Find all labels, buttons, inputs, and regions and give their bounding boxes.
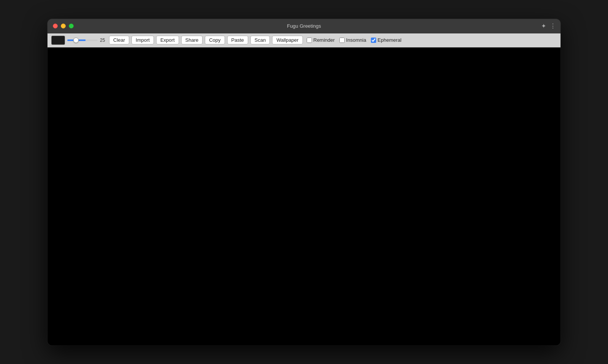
canvas-area[interactable]	[48, 47, 560, 345]
window-title: Fugu Greetings	[287, 23, 321, 29]
clear-button[interactable]: Clear	[109, 36, 129, 44]
title-bar-actions: ✦ ⋮	[541, 22, 556, 30]
insomnia-checkbox[interactable]	[339, 38, 345, 43]
scan-button[interactable]: Scan	[250, 36, 270, 44]
wallpaper-button[interactable]: Wallpaper	[272, 36, 302, 44]
more-options-icon[interactable]: ⋮	[550, 22, 556, 30]
slider-value: 25	[100, 38, 107, 43]
checkbox-group: Reminder Insomnia Ephemeral	[307, 37, 402, 43]
paste-button[interactable]: Paste	[227, 36, 248, 44]
reminder-label[interactable]: Reminder	[307, 37, 335, 43]
insomnia-text: Insomnia	[346, 37, 366, 43]
close-button[interactable]	[53, 24, 58, 28]
maximize-button[interactable]	[69, 24, 74, 28]
title-bar: Fugu Greetings ✦ ⋮	[48, 19, 560, 33]
toolbar: 25 Clear Import Export Share Copy Paste …	[48, 33, 560, 47]
slider-container: 25	[67, 38, 107, 43]
share-button[interactable]: Share	[181, 36, 203, 44]
app-window: Fugu Greetings ✦ ⋮ 25 Clear Import Expor…	[48, 19, 560, 345]
traffic-lights	[48, 24, 74, 28]
copy-button[interactable]: Copy	[205, 36, 225, 44]
brush-size-slider[interactable]	[67, 39, 98, 41]
ephemeral-checkbox[interactable]	[371, 38, 376, 43]
reminder-text: Reminder	[314, 37, 335, 43]
minimize-button[interactable]	[61, 24, 66, 28]
import-button[interactable]: Import	[131, 36, 154, 44]
ephemeral-text: Ephemeral	[378, 37, 402, 43]
puzzle-icon[interactable]: ✦	[541, 22, 546, 30]
export-button[interactable]: Export	[156, 36, 179, 44]
reminder-checkbox[interactable]	[307, 38, 312, 43]
color-swatch[interactable]	[51, 36, 65, 45]
insomnia-label[interactable]: Insomnia	[339, 37, 366, 43]
ephemeral-label[interactable]: Ephemeral	[371, 37, 402, 43]
